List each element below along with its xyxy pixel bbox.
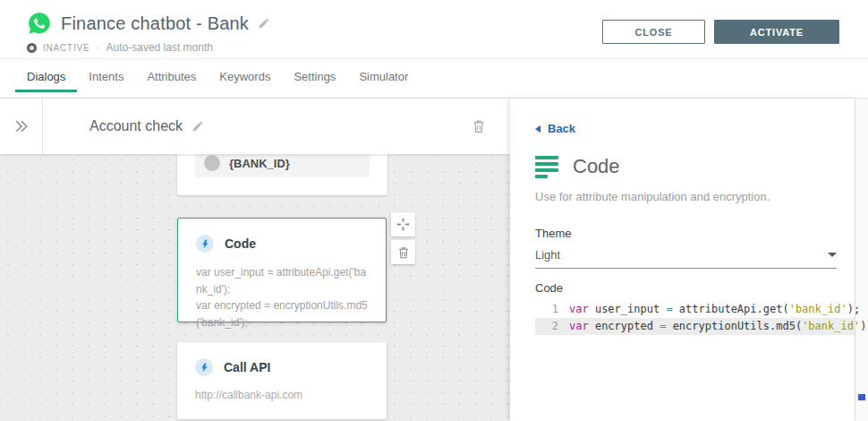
dialog-title: Account check [89,118,183,134]
expand-sidebar-button[interactable] [0,99,43,154]
status-radio-icon [27,43,37,53]
code-editor[interactable]: 1var user_input = attributeApi.get('bank… [535,301,855,421]
activate-button[interactable]: ACTIVATE [714,20,839,44]
tab-settings[interactable]: Settings [282,59,347,92]
code-block-selected[interactable]: Code var user_input = attributeApi.get('… [177,218,387,322]
back-arrow-icon [535,125,540,133]
code-block-title: Code [225,236,256,251]
dialog-workspace: Account check {BANK_ID} [0,99,510,421]
api-block-title: Call API [224,360,270,374]
api-url: http://callbank-api.com [195,389,369,401]
tab-intents[interactable]: Intents [77,59,135,92]
theme-label: Theme [535,227,855,240]
move-icon [396,217,411,232]
call-api-block[interactable]: Call API http://callbank-api.com [177,342,387,419]
trash-icon [471,118,487,134]
status-separator: · [97,41,100,54]
trash-icon [396,245,411,260]
theme-value: Light [535,248,828,262]
bolt-icon [196,235,214,253]
vertical-scrollbar[interactable] [855,99,868,421]
dropdown-caret-icon [828,253,837,257]
attribute-block[interactable]: {BANK_ID} [177,154,387,195]
editor-line[interactable]: 1var user_input = attributeApi.get('bank… [535,301,855,318]
bolt-icon [195,358,213,376]
theme-select[interactable]: Light [535,248,837,269]
code-preview-line: var user_input = attributeApi.get('bank_… [196,264,368,297]
code-label: Code [535,281,855,295]
delete-dialog-button[interactable] [471,118,487,134]
whatsapp-icon [27,11,52,36]
code-line-text: var encrypted = encryptionUtils.md5('ban… [569,318,868,335]
dialog-header: Account check [0,99,510,154]
close-button[interactable]: CLOSE [602,20,705,44]
tab-bar: Dialogs Intents Attributes Keywords Sett… [0,59,868,99]
tab-keywords[interactable]: Keywords [208,59,282,92]
panel-title: Code [573,155,620,178]
app-window: Finance chatbot - Bank INACTIVE · Auto-s… [0,0,868,421]
status-badge: INACTIVE [43,43,90,53]
code-lines-icon [535,156,558,178]
block-toolbar [391,212,415,264]
editor-line[interactable]: 2var encrypted = encryptionUtils.md5('ba… [535,318,855,335]
top-header: Finance chatbot - Bank INACTIVE · Auto-s… [0,0,868,59]
scrollbar-marker [858,394,865,400]
panel-description: Use for attribute manipulation and encry… [535,190,837,203]
back-button[interactable]: Back [535,122,855,135]
code-editor-lines: 1var user_input = attributeApi.get('bank… [535,301,855,335]
line-number: 2 [535,318,569,335]
move-block-button[interactable] [391,212,415,236]
page-title: Finance chatbot - Bank [61,13,249,34]
code-preview-line: var encrypted = encryptionUtils.md5('ban… [196,297,368,331]
autosave-text: Auto-saved last month [106,41,213,54]
attribute-label: {BANK_ID} [229,157,290,170]
title-block: Finance chatbot - Bank INACTIVE · Auto-s… [27,11,270,54]
dialog-canvas[interactable]: {BANK_ID} Code var user_input = attribut… [0,154,510,421]
line-number: 1 [535,301,569,318]
attribute-dot-icon [204,155,220,171]
edit-dialog-icon[interactable] [191,120,204,133]
tab-simulator[interactable]: Simulator [347,59,420,92]
expand-chevrons-icon [13,117,30,135]
edit-title-icon[interactable] [258,17,270,30]
delete-block-button[interactable] [391,240,415,264]
back-label: Back [548,122,575,135]
tab-dialogs[interactable]: Dialogs [15,59,77,92]
tab-attributes[interactable]: Attributes [135,59,208,92]
code-line-text: var user_input = attributeApi.get('bank_… [569,301,860,318]
properties-panel: Back Code Use for attribute manipulation… [510,99,855,421]
